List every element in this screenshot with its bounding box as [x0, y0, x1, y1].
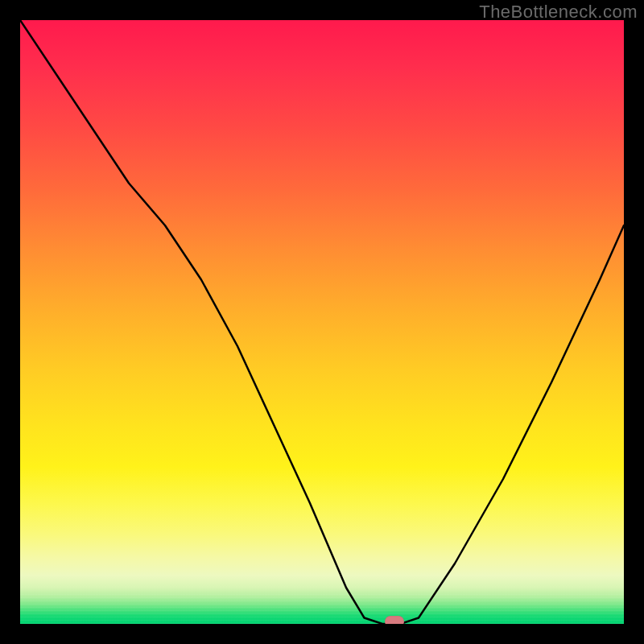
watermark-text: TheBottleneck.com: [479, 2, 638, 23]
plot-area: [20, 20, 624, 624]
bottleneck-curve-path: [20, 20, 624, 624]
optimal-point-marker: [385, 616, 404, 624]
bottleneck-curve-svg: [20, 20, 624, 624]
chart-frame: TheBottleneck.com: [0, 0, 644, 644]
